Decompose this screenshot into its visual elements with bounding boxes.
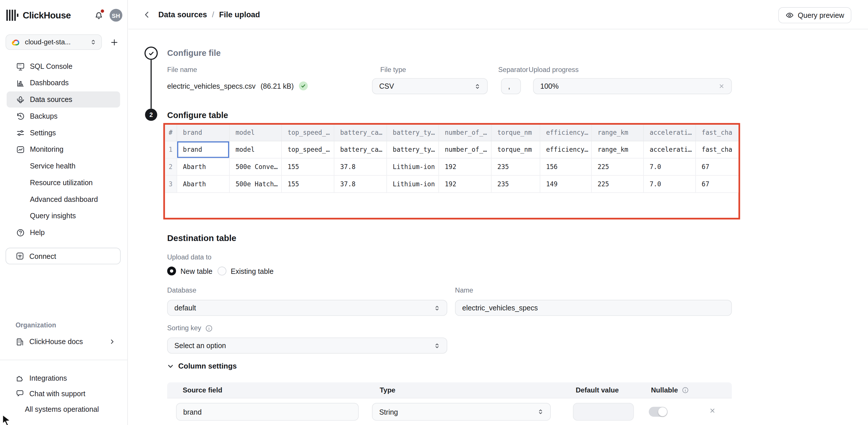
database-label: Database [167, 286, 196, 294]
sidebar-item-integrations[interactable]: Integrations [7, 370, 121, 386]
separator-input[interactable]: , [501, 78, 521, 94]
upload-progress-input[interactable]: 100% [533, 78, 732, 94]
grid-cell[interactable]: battery_ca… [334, 141, 386, 158]
grid-cell[interactable]: 192 [438, 175, 491, 192]
sidebar-item-help[interactable]: Help [7, 225, 120, 241]
column-settings-toggle[interactable]: Column settings [167, 362, 237, 370]
grid-cell[interactable]: Lithium-ion [386, 158, 438, 175]
column-header: battery_ty… [386, 125, 438, 141]
chevron-down-icon [167, 363, 174, 369]
back-button[interactable] [143, 10, 151, 19]
grid-cell[interactable]: battery_ty… [386, 141, 438, 158]
grid-cell[interactable]: 67 [695, 175, 740, 192]
grid-cell[interactable]: 37.8 [334, 158, 386, 175]
sidebar-item-dashboards[interactable]: Dashboards [7, 75, 120, 91]
sidebar-item-system-status[interactable]: All systems operational [7, 401, 121, 417]
grid-cell[interactable]: 500e Hatch… [229, 175, 281, 192]
sidebar-item-label: Integrations [29, 374, 67, 382]
grid-cell[interactable]: 149 [540, 175, 591, 192]
grid-cell[interactable]: 7.0 [643, 158, 695, 175]
file-type-select[interactable]: CSV [372, 78, 488, 94]
step-connector-line [151, 60, 152, 109]
notifications-button[interactable] [94, 10, 103, 21]
topbar: Data sources / File upload Query preview [129, 0, 868, 29]
grid-cell[interactable]: 67 [695, 158, 740, 175]
radio-new-table[interactable] [167, 266, 176, 276]
source-field-input[interactable]: brand [176, 403, 359, 421]
grid-cell[interactable]: Abarth [177, 158, 229, 175]
grid-cell[interactable]: 37.8 [334, 175, 386, 192]
source-field-header: Source field [183, 387, 222, 394]
sidebar-item-advanced-dashboard[interactable]: Advanced dashboard [7, 191, 120, 207]
row-number: 3 [165, 175, 177, 192]
sorting-key-select[interactable]: Select an option [167, 337, 447, 353]
table-name-input[interactable]: electric_vehicles_specs [455, 300, 732, 316]
query-preview-button[interactable]: Query preview [778, 7, 851, 23]
grid-cell[interactable]: 500e Conve… [229, 158, 281, 175]
sidebar-item-sql-console[interactable]: SQL Console [7, 58, 120, 74]
nullable-toggle[interactable] [649, 407, 668, 417]
preview-grid-highlight: # brand model top_speed_… battery_ca… ba… [163, 123, 740, 219]
grid-cell[interactable]: torque_nm [491, 141, 539, 158]
grid-cell[interactable]: 156 [540, 158, 591, 175]
query-preview-label: Query preview [798, 11, 844, 19]
grid-cell[interactable]: Abarth [177, 175, 229, 192]
grid-cell[interactable]: 155 [281, 175, 334, 192]
file-name-label: File name [167, 66, 197, 74]
database-select[interactable]: default [167, 300, 447, 316]
grid-cell[interactable]: 7.0 [643, 175, 695, 192]
avatar[interactable]: SH [110, 9, 122, 22]
sidebar-item-monitoring[interactable]: Monitoring [7, 141, 120, 158]
grid-cell[interactable]: 155 [281, 158, 334, 175]
grid-cell-selected[interactable]: brand [177, 141, 229, 158]
column-header: brand [177, 125, 229, 141]
grid-cell[interactable]: 235 [491, 175, 539, 192]
connect-button[interactable]: Connect [5, 248, 121, 264]
building-icon [16, 337, 25, 346]
sidebar-item-chat-support[interactable]: Chat with support [7, 386, 121, 401]
sidebar-item-service-health[interactable]: Service health [7, 158, 120, 174]
sidebar-item-clickhouse-docs[interactable]: ClickHouse docs [7, 334, 121, 350]
preview-row: 2 Abarth 500e Conve… 155 37.8 Lithium-io… [165, 158, 740, 175]
add-service-button[interactable] [107, 34, 121, 50]
default-value-input[interactable] [573, 403, 634, 421]
grid-cell[interactable]: fast_cha [695, 141, 740, 158]
sorting-key-value: Select an option [174, 341, 226, 350]
sidebar-item-query-insights[interactable]: Query insights [7, 208, 120, 224]
nullable-header: Nullable [651, 387, 688, 394]
grid-cell[interactable]: 225 [591, 158, 643, 175]
grid-cell[interactable]: model [229, 141, 281, 158]
sidebar: ClickHouse SH cloud-get-sta... [0, 0, 128, 425]
radio-existing-table[interactable] [217, 266, 226, 276]
grid-cell[interactable]: Lithium-ion [386, 175, 438, 192]
grid-cell[interactable]: 192 [438, 158, 491, 175]
grid-cell[interactable]: efficiency… [540, 141, 591, 158]
grid-cell[interactable]: top_speed_… [281, 141, 334, 158]
x-icon[interactable] [718, 83, 724, 89]
sidebar-item-backups[interactable]: Backups [7, 108, 120, 124]
monitoring-icon [16, 145, 25, 154]
remove-column-button[interactable] [709, 407, 716, 414]
sidebar-item-settings[interactable]: Settings [7, 125, 120, 141]
app-window: ClickHouse SH cloud-get-sta... [0, 0, 868, 425]
sidebar-item-label: ClickHouse docs [29, 337, 83, 346]
sidebar-item-resource-utilization[interactable]: Resource utilization [7, 174, 120, 191]
dashboards-icon [16, 78, 25, 87]
grid-cell[interactable]: range_km [591, 141, 643, 158]
main-area: Data sources / File upload Query preview… [129, 0, 868, 425]
type-select[interactable]: String [372, 403, 551, 421]
grid-cell[interactable]: 235 [491, 158, 539, 175]
destination-table-title: Destination table [167, 233, 236, 243]
breadcrumb-data-sources[interactable]: Data sources [158, 10, 207, 19]
sidebar-item-data-sources[interactable]: Data sources [7, 91, 120, 108]
check-circle-green-icon [299, 82, 308, 90]
grid-cell[interactable]: number_of_… [438, 141, 491, 158]
upload-progress-value: 100% [540, 82, 559, 90]
column-header: # [165, 125, 177, 141]
grid-cell[interactable]: 225 [591, 175, 643, 192]
status-dot [16, 405, 20, 413]
grid-cell[interactable]: accelerati… [643, 141, 695, 158]
check-icon [148, 50, 155, 57]
service-selector[interactable]: cloud-get-sta... [5, 34, 102, 50]
radio-new-table-label: New table [180, 267, 212, 275]
